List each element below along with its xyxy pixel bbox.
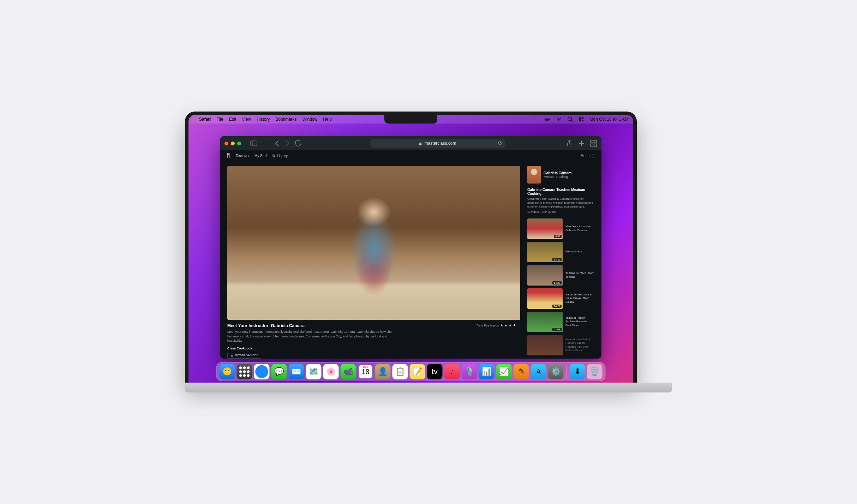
- lesson-duration: 6:59: [554, 235, 562, 238]
- nav-library[interactable]: Library: [272, 154, 288, 158]
- close-window-button[interactable]: [224, 142, 228, 145]
- svg-point-26: [247, 370, 250, 373]
- star-icon[interactable]: ★: [500, 323, 503, 327]
- menubar-item-window[interactable]: Window: [302, 117, 318, 122]
- nav-discover[interactable]: Discover: [236, 154, 250, 158]
- playlist-item-title: Salsa Verde Cruda & Salsa Brava | Raw Sa…: [565, 293, 594, 304]
- dock-facetime-icon[interactable]: 📹: [341, 364, 356, 379]
- dock-music-icon[interactable]: ♪: [444, 364, 460, 379]
- course-stats: 13 videos • 3 hr 26 min: [527, 210, 594, 214]
- dock-calendar-icon[interactable]: OCT18: [358, 364, 373, 379]
- fullscreen-window-button[interactable]: [237, 142, 241, 145]
- new-tab-button[interactable]: [578, 140, 585, 147]
- playlist-item[interactable]: 14:28 Tortillas de Maíz | Corn Tortillas: [527, 265, 594, 286]
- svg-rect-14: [591, 144, 593, 146]
- download-icon: [230, 354, 233, 357]
- svg-point-24: [239, 370, 242, 373]
- playlist-item[interactable]: 22:02 Tacos al Pastor | Achiote-Marinate…: [527, 312, 594, 332]
- dock-photos-icon[interactable]: 🌸: [323, 364, 339, 379]
- instructor-card[interactable]: Gabriela Cámara Mexican Cooking: [527, 166, 594, 184]
- video-player[interactable]: [227, 166, 520, 320]
- dock-downloads-icon[interactable]: ⬇: [570, 364, 585, 379]
- svg-point-27: [239, 374, 242, 377]
- dock-notes-icon[interactable]: 📝: [410, 364, 425, 379]
- download-pdf-button[interactable]: DOWNLOAD PDF: [227, 352, 261, 359]
- rate-lesson[interactable]: Rate this lesson ★ ★ ★ ★ ☆: [477, 323, 520, 327]
- menubar-item-file[interactable]: File: [216, 117, 223, 122]
- lesson-thumbnail: 22:02: [527, 312, 563, 332]
- lesson-thumbnail: 14:36: [527, 242, 563, 262]
- playlist-item[interactable]: 14:21 Salsa Verde Cruda & Salsa Brava | …: [527, 288, 594, 309]
- sidebar-toggle-button[interactable]: [250, 140, 257, 147]
- svg-rect-15: [594, 144, 597, 146]
- chevron-down-icon[interactable]: [261, 140, 264, 147]
- dock-finder-icon[interactable]: 🙂: [220, 364, 235, 379]
- course-description: Celebrated chef Gabriela Cámara shares h…: [527, 197, 594, 209]
- dock-tv-icon[interactable]: tv: [427, 364, 443, 379]
- cookbook-heading: Class Cookbook: [227, 347, 397, 350]
- wifi-icon[interactable]: [556, 116, 562, 122]
- star-icon[interactable]: ☆: [517, 323, 520, 327]
- dock-pages-icon[interactable]: ✎: [514, 364, 529, 379]
- playlist-item-title: Tortillas de Maíz | Corn Tortillas: [565, 271, 594, 279]
- dock-separator: [567, 365, 567, 379]
- laptop-frame: Safari File Edit View History Bookmarks …: [185, 112, 637, 383]
- nav-menu[interactable]: Menu: [581, 154, 595, 158]
- star-icon[interactable]: ★: [513, 323, 516, 327]
- address-bar[interactable]: masterclass.com: [371, 139, 505, 148]
- share-button[interactable]: [566, 140, 573, 147]
- dock-launchpad-icon[interactable]: [237, 364, 252, 379]
- playlist-item[interactable]: 14:36 Making Masa: [527, 242, 594, 262]
- refresh-icon[interactable]: [498, 141, 502, 145]
- forward-button[interactable]: [284, 140, 291, 147]
- tab-overview-button[interactable]: [590, 140, 597, 147]
- menubar-item-bookmarks[interactable]: Bookmarks: [276, 117, 297, 122]
- battery-icon[interactable]: [545, 116, 550, 122]
- privacy-shield-icon[interactable]: [295, 140, 302, 147]
- laptop-base: [185, 383, 672, 392]
- minimize-window-button[interactable]: [231, 142, 235, 145]
- svg-rect-9: [251, 141, 257, 146]
- control-center-icon[interactable]: [579, 116, 584, 122]
- dock-podcasts-icon[interactable]: 🎙️: [462, 364, 477, 379]
- dock-safari-icon[interactable]: [254, 364, 270, 379]
- menubar-app-name[interactable]: Safari: [199, 117, 211, 122]
- star-icon[interactable]: ★: [509, 323, 512, 327]
- nav-mystuff[interactable]: My Stuff: [254, 154, 268, 158]
- menubar-item-history[interactable]: History: [257, 117, 270, 122]
- hamburger-icon: [592, 154, 595, 157]
- dock-trash-icon[interactable]: 🗑️: [587, 364, 603, 379]
- site-header: ᛗ Discover My Stuff Library Menu: [220, 150, 601, 161]
- dock-mail-icon[interactable]: ✉️: [289, 364, 304, 379]
- lesson-duration: 14:21: [552, 305, 562, 308]
- menubar-item-edit[interactable]: Edit: [229, 117, 236, 122]
- menubar-item-view[interactable]: View: [242, 117, 251, 122]
- dock-settings-icon[interactable]: ⚙️: [548, 364, 564, 379]
- dock-reminders-icon[interactable]: 📋: [392, 364, 408, 379]
- dock-contacts-icon[interactable]: 👤: [375, 364, 391, 379]
- spotlight-icon[interactable]: [567, 116, 573, 122]
- menubar-datetime[interactable]: Mon Oct 18 9:41 AM: [590, 117, 628, 122]
- playlist-item-title: Making Masa: [565, 250, 582, 253]
- masterclass-logo[interactable]: ᛗ: [227, 152, 230, 159]
- dock-messages-icon[interactable]: 💬: [271, 364, 287, 379]
- svg-point-30: [255, 365, 268, 378]
- dock-keynote-icon[interactable]: 📊: [479, 364, 495, 379]
- playlist-item[interactable]: Pescado a la Talla | Red and Green Roast…: [527, 335, 594, 355]
- lesson-duration: 14:36: [552, 258, 562, 261]
- dock-maps-icon[interactable]: 🗺️: [306, 364, 322, 379]
- dock-appstore-icon[interactable]: Ａ: [531, 364, 546, 379]
- svg-rect-1: [545, 119, 549, 120]
- svg-point-22: [243, 366, 246, 369]
- menubar-item-help[interactable]: Help: [323, 117, 332, 122]
- svg-point-16: [272, 154, 275, 156]
- dock-numbers-icon[interactable]: 📈: [496, 364, 512, 379]
- playlist-item[interactable]: 6:59 Meet Your Instructor: Gabriela Cáma…: [527, 218, 594, 239]
- svg-point-21: [239, 366, 242, 369]
- back-button[interactable]: [274, 140, 281, 147]
- playlist-item-title: Tacos al Pastor | Achiote-Marinated Pork…: [565, 316, 594, 327]
- lesson-main: Meet Your Instructor: Gabriela Cámara Me…: [227, 166, 520, 359]
- svg-rect-7: [582, 117, 583, 119]
- svg-line-17: [274, 156, 275, 157]
- star-icon[interactable]: ★: [504, 323, 508, 327]
